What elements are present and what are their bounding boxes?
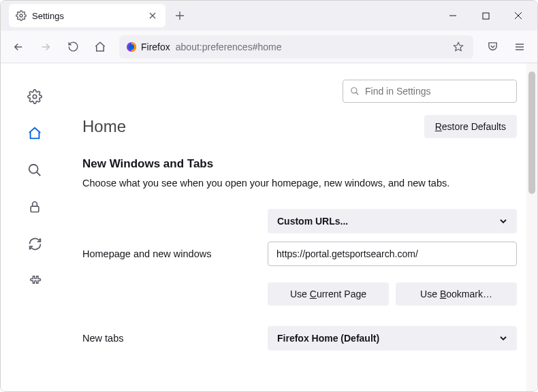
- restore-defaults-button[interactable]: RRestore Defaultsestore Defaults: [424, 115, 517, 138]
- window-controls: [437, 1, 535, 31]
- back-button[interactable]: [6, 35, 31, 59]
- find-input[interactable]: [365, 86, 509, 97]
- section-title: New Windows and Tabs: [82, 157, 517, 171]
- app-menu-button[interactable]: [507, 35, 532, 59]
- titlebar: Settings: [1, 1, 537, 31]
- close-window-button[interactable]: [502, 1, 535, 31]
- homepage-url-input[interactable]: [268, 242, 517, 266]
- close-icon[interactable]: [146, 10, 159, 22]
- sidebar-item-extensions[interactable]: [23, 269, 46, 292]
- browser-tab[interactable]: Settings: [9, 4, 165, 27]
- section-description: Choose what you see when you open your h…: [82, 178, 517, 189]
- maximize-button[interactable]: [469, 1, 502, 31]
- homepage-mode-select[interactable]: Custom URLs...: [268, 209, 517, 233]
- scroll-thumb[interactable]: [528, 71, 535, 194]
- identity-box[interactable]: Firefox: [126, 42, 170, 52]
- find-in-settings[interactable]: [343, 80, 517, 103]
- sidebar-item-home[interactable]: [23, 122, 46, 145]
- newtabs-select[interactable]: Firefox Home (Default): [268, 326, 517, 350]
- save-to-pocket-button[interactable]: [480, 35, 505, 59]
- svg-point-5: [29, 165, 38, 174]
- newtabs-label: New tabs: [82, 333, 259, 344]
- gear-icon: [16, 10, 27, 21]
- tab-label: Settings: [32, 11, 141, 21]
- reload-button[interactable]: [61, 35, 85, 59]
- new-tab-button[interactable]: [170, 5, 190, 26]
- forward-button[interactable]: [33, 35, 58, 59]
- bookmark-star-icon[interactable]: [450, 39, 466, 55]
- vertical-scrollbar[interactable]: [526, 63, 537, 391]
- chevron-down-icon: [499, 334, 507, 342]
- minimize-button[interactable]: [437, 1, 469, 31]
- firefox-icon: [126, 42, 137, 52]
- page-title: Home: [82, 117, 126, 136]
- homepage-label-text: Homepage and new windows: [82, 248, 259, 259]
- sidebar-item-privacy[interactable]: [23, 195, 46, 218]
- sidebar-item-sync[interactable]: [23, 232, 46, 255]
- settings-sidebar: [1, 63, 69, 391]
- sidebar-item-general[interactable]: [23, 85, 46, 108]
- svg-point-0: [20, 14, 22, 17]
- svg-rect-1: [483, 13, 489, 19]
- select-value: Firefox Home (Default): [277, 333, 379, 344]
- svg-point-4: [33, 95, 37, 99]
- settings-main: Home RRestore Defaultsestore Defaults Ne…: [69, 63, 537, 391]
- nav-toolbar: Firefox about:preferences#home: [1, 31, 537, 63]
- svg-point-7: [351, 88, 357, 93]
- home-button[interactable]: [88, 35, 112, 59]
- use-bookmark-button[interactable]: Use Bookmark…Use Bookmark…: [396, 282, 517, 306]
- sidebar-item-search[interactable]: [23, 159, 46, 182]
- url-bar[interactable]: Firefox about:preferences#home: [119, 35, 473, 59]
- svg-rect-6: [31, 206, 39, 212]
- url-text: about:preferences#home: [176, 42, 282, 52]
- select-value: Custom URLs...: [277, 216, 348, 227]
- svg-point-3: [129, 44, 134, 50]
- search-icon: [350, 86, 360, 96]
- use-current-page-button[interactable]: Use Current PageUse Current Page: [268, 282, 389, 306]
- chevron-down-icon: [499, 217, 507, 225]
- identity-label: Firefox: [141, 42, 170, 52]
